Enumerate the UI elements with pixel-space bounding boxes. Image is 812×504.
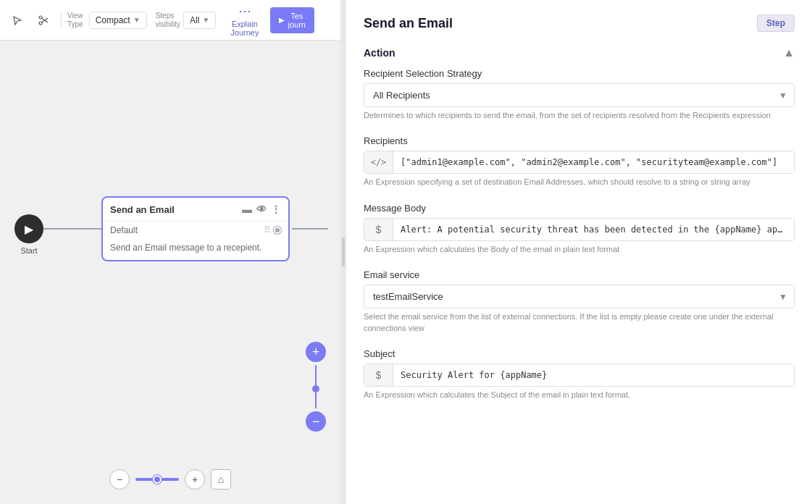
scissors-tool-button[interactable]	[32, 9, 55, 32]
bottom-plus-button[interactable]: +	[185, 469, 205, 490]
recipient-strategy-select-wrapper: All Recipients ▼	[364, 83, 795, 107]
action-section-header: Action ▲	[364, 46, 795, 59]
bottom-slider-thumb	[153, 475, 162, 484]
svg-point-1	[39, 22, 42, 25]
code-expression-icon: </>	[364, 151, 393, 173]
message-body-field: $ Alert: A potential security threat has…	[364, 218, 795, 241]
bottom-controls: − + ⌂	[109, 469, 231, 490]
email-service-select-wrapper: testEmailService ▼	[364, 285, 795, 308]
recipient-strategy-select[interactable]: All Recipients	[364, 83, 795, 107]
visibility-label: visibility	[156, 20, 180, 28]
recipient-strategy-description: Determines to which recipients to send t…	[364, 110, 795, 121]
start-label: Start	[20, 246, 37, 255]
action-collapse-button[interactable]: ▲	[783, 46, 795, 59]
start-circle-icon[interactable]: ▶	[14, 214, 43, 243]
start-node: ▶ Start	[14, 214, 43, 255]
row-drag-icon: ⠿	[264, 224, 271, 235]
all-dropdown[interactable]: All ▼	[183, 12, 216, 29]
email-node[interactable]: Send an Email ▬ 👁 ⋮ Default ⠿ Send an Em…	[101, 196, 290, 261]
subject-label: Subject	[364, 348, 795, 359]
zoom-out-button[interactable]: −	[306, 411, 326, 432]
email-node-icons: ▬ 👁 ⋮	[242, 203, 281, 215]
action-section-title: Action	[364, 47, 395, 59]
explain-journey-button[interactable]: ⋯ ExplainJourney	[225, 0, 264, 40]
message-body-value[interactable]: Alert: A potential security threat has b…	[393, 219, 794, 240]
recipients-group: Recipients </> ["admin1@example.com", "a…	[364, 135, 795, 188]
recipients-expression-field: </> ["admin1@example.com", "admin2@examp…	[364, 151, 795, 174]
view-label: View	[67, 12, 83, 20]
message-body-description: An Expression which calculates the Body …	[364, 244, 795, 255]
canvas-content: ▶ Start Send an Email ▬ 👁 ⋮ Default ⠿	[0, 41, 340, 504]
compact-chevron-icon: ▼	[133, 16, 141, 24]
play-icon: ▶	[279, 16, 285, 24]
node-more-icon[interactable]: ⋮	[271, 203, 281, 215]
test-label: Tesjourn	[288, 12, 305, 29]
email-node-title: Send an Email	[110, 204, 175, 215]
zoom-controls: + −	[306, 342, 326, 432]
toolbar: View Type Compact ▼ Steps visibility All…	[0, 0, 340, 41]
recipients-label: Recipients	[364, 135, 795, 146]
step-badge-button[interactable]: Step	[757, 14, 795, 32]
message-body-label: Message Body	[364, 203, 795, 214]
node-card-icon[interactable]: ▬	[242, 203, 252, 215]
bottom-slider[interactable]	[135, 478, 179, 481]
home-button[interactable]: ⌂	[211, 469, 231, 490]
zoom-in-button[interactable]: +	[306, 342, 326, 362]
right-panel: Send an Email Step Action ▲ Recipient Se…	[346, 0, 812, 504]
subject-dollar-icon: $	[364, 364, 393, 386]
email-node-header: Send an Email ▬ 👁 ⋮	[103, 198, 288, 221]
email-service-description: Select the email service from the list o…	[364, 311, 795, 334]
zoom-handle	[312, 385, 319, 392]
type-label: Type	[67, 20, 83, 28]
divider-handle[interactable]	[342, 238, 345, 266]
panel-title: Send an Email	[364, 16, 453, 31]
panel-header: Send an Email Step	[364, 14, 795, 32]
compact-value: Compact	[96, 15, 130, 25]
panel-divider	[340, 0, 346, 504]
explain-label: ExplainJourney	[230, 20, 259, 37]
subject-description: An Expression which calculates the Subje…	[364, 390, 795, 400]
subject-value[interactable]: Security Alert for {appName}	[393, 364, 794, 386]
node-output-port[interactable]	[274, 227, 281, 234]
subject-field: $ Security Alert for {appName}	[364, 364, 795, 387]
email-service-select[interactable]: testEmailService	[364, 285, 795, 308]
all-value: All	[190, 15, 199, 25]
zoom-track[interactable]	[315, 365, 317, 408]
message-body-group: Message Body $ Alert: A potential securi…	[364, 203, 795, 255]
compact-dropdown[interactable]: Compact ▼	[89, 12, 147, 29]
email-node-row: Default ⠿	[103, 221, 288, 238]
email-service-group: Email service testEmailService ▼ Select …	[364, 269, 795, 334]
node-eye-icon[interactable]: 👁	[256, 203, 267, 215]
bottom-minus-button[interactable]: −	[109, 469, 130, 490]
recipients-value[interactable]: ["admin1@example.com", "admin2@example.c…	[393, 151, 794, 173]
steps-label: Steps	[156, 12, 180, 20]
canvas-area: View Type Compact ▼ Steps visibility All…	[0, 0, 340, 504]
all-chevron-icon: ▼	[202, 16, 209, 24]
test-journey-button[interactable]: ▶ Tesjourn	[270, 7, 314, 33]
recipient-strategy-group: Recipient Selection Strategy All Recipie…	[364, 68, 795, 121]
email-node-default-label: Default	[110, 225, 138, 235]
explain-icon: ⋯	[238, 3, 251, 19]
subject-group: Subject $ Security Alert for {appName} A…	[364, 348, 795, 400]
recipients-description: An Expression specifying a set of destin…	[364, 177, 795, 188]
recipient-strategy-label: Recipient Selection Strategy	[364, 68, 795, 79]
right-connector-line	[292, 228, 328, 230]
dollar-expression-icon: $	[364, 219, 393, 240]
cursor-tool-button[interactable]	[6, 9, 29, 32]
email-node-description: Send an Email message to a recepient.	[103, 238, 288, 260]
svg-point-0	[39, 16, 42, 19]
email-service-label: Email service	[364, 269, 795, 280]
